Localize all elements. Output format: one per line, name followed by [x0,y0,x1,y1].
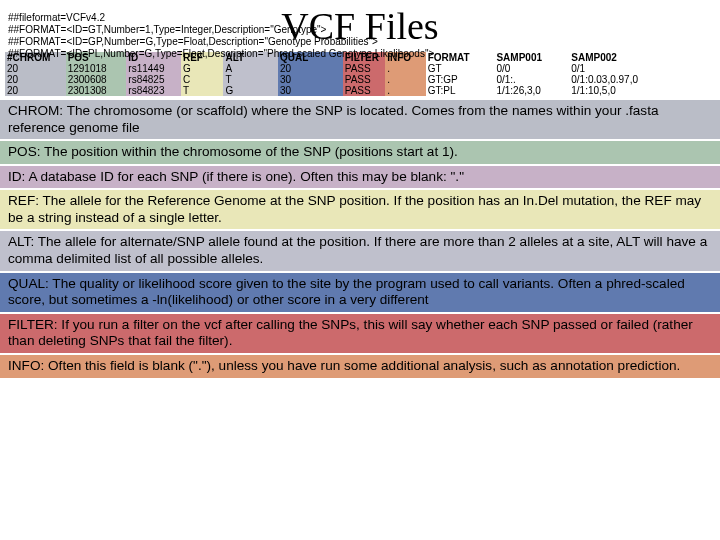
def-pos: POS: The position within the chromosome … [0,141,720,166]
cell: 0/1 [569,63,715,74]
cell: 20 [5,85,66,96]
cell: T [223,74,278,85]
cell: . [385,85,425,96]
cell: PASS [343,74,385,85]
def-filter: FILTER: If you run a filter on the vcf a… [0,314,720,355]
def-chrom: CHROM: The chromosome (or scaffold) wher… [0,100,720,141]
cell: 1/1:10,5,0 [569,85,715,96]
definitions: CHROM: The chromosome (or scaffold) wher… [0,100,720,380]
cell: GT:PL [426,85,495,96]
cell: T [181,85,223,96]
cell: 0/1:0.03,0.97,0 [569,74,715,85]
cell: 30 [278,74,343,85]
slide: VCF Files ##fileformat=VCFv4.2 ##FORMAT=… [0,4,720,540]
cell: 1/1:26,3,0 [494,85,569,96]
def-info: INFO: Often this field is blank ("."), u… [0,355,720,380]
col-sample1: SAMP001 [494,52,569,63]
cell: 20 [278,63,343,74]
cell: PASS [343,85,385,96]
cell: rs84823 [126,85,181,96]
cell: GT [426,63,495,74]
def-id: ID: A database ID for each SNP (if there… [0,166,720,191]
cell: 1291018 [66,63,127,74]
cell: 20 [5,63,66,74]
col-filter: FILTER [343,52,385,63]
cell: G [223,85,278,96]
cell: 2300608 [66,74,127,85]
cell: PASS [343,63,385,74]
table-row: 20 1291018 rs11449 G A 20 PASS . GT 0/0 … [5,63,715,74]
meta-line: ##FORMAT=<ID=GP,Number=G,Type=Float,Desc… [8,36,712,48]
cell: . [385,63,425,74]
cell: rs84825 [126,74,181,85]
table-row: 20 2301308 rs84823 T G 30 PASS . GT:PL 1… [5,85,715,96]
cell: C [181,74,223,85]
col-format: FORMAT [426,52,495,63]
cell: . [385,74,425,85]
cell: 20 [5,74,66,85]
def-ref: REF: The allele for the Reference Genome… [0,190,720,231]
col-sample2: SAMP002 [569,52,715,63]
cell: A [223,63,278,74]
cell: 30 [278,85,343,96]
cell: G [181,63,223,74]
def-qual: QUAL: The quality or likelihood score gi… [0,273,720,314]
def-alt: ALT: The allele for alternate/SNP allele… [0,231,720,272]
cell: GT:GP [426,74,495,85]
cell: 0/1:. [494,74,569,85]
table-row: 20 2300608 rs84825 C T 30 PASS . GT:GP 0… [5,74,715,85]
cell: 0/0 [494,63,569,74]
cell: 2301308 [66,85,127,96]
cell: rs11449 [126,63,181,74]
